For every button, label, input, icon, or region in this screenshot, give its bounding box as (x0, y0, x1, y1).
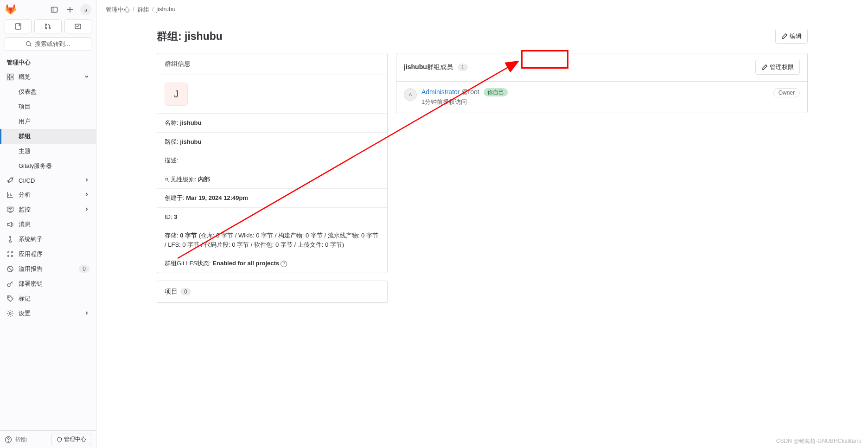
info-created: 创建于: Mar 19, 2024 12:49pm (157, 188, 387, 207)
apps-icon (6, 250, 14, 258)
admin-center-link[interactable]: 管理中心 (51, 434, 91, 445)
nav-settings[interactable]: 设置 (0, 306, 96, 321)
help-label: 帮助 (15, 435, 27, 444)
search-input[interactable]: 搜索或转到… (5, 37, 91, 51)
members-title: jishubu群组成员 1 (404, 63, 468, 71)
nav-cicd[interactable]: CI/CD (0, 173, 96, 187)
breadcrumb-groups[interactable]: 群组 (137, 6, 149, 14)
nav-label: 用户 (19, 117, 31, 126)
group-info-card: 群组信息 J 名称: jishubu 路径: jishubu 描述: 可见性级别… (157, 53, 388, 273)
group-info-title: 群组信息 (157, 53, 387, 75)
main: 管理中心 / 群组 / jishubu 群组: jishubu 编辑 群组信息 … (96, 0, 868, 448)
info-visibility: 可见性级别: 内部 (157, 170, 387, 189)
content: 群组: jishubu 编辑 群组信息 J 名称: jishubu 路径: ji… (96, 19, 868, 317)
member-name-link[interactable]: Administrator (421, 88, 460, 96)
tab-merge-requests[interactable] (34, 19, 61, 33)
members-card: jishubu群组成员 1 管理权限 A (396, 53, 808, 113)
member-name: Administrator @root 你自己 (421, 88, 769, 96)
nav-label: 仪表盘 (19, 88, 37, 96)
nav-label: 分析 (19, 191, 31, 199)
member-avatar: A (404, 88, 417, 101)
watermark: CSDN @鲍海超-GNUBHCkalitarro (776, 437, 862, 445)
svg-point-34 (8, 441, 9, 442)
nav-dashboard[interactable]: 仪表盘 (0, 84, 96, 99)
projects-count: 0 (180, 288, 191, 295)
chevron-right-icon (84, 310, 89, 317)
monitor-icon (6, 206, 14, 213)
chevron-right-icon (84, 192, 89, 198)
svg-point-7 (45, 28, 47, 29)
breadcrumb-admin[interactable]: 管理中心 (106, 6, 130, 14)
edit-button[interactable]: 编辑 (775, 29, 808, 44)
nav-label: 群组 (19, 132, 31, 141)
member-info: Administrator @root 你自己 1分钟前授权访问 (421, 88, 769, 106)
svg-point-6 (45, 24, 47, 26)
svg-point-32 (9, 313, 11, 314)
nav-projects[interactable]: 项目 (0, 99, 96, 114)
admin-label: 管理中心 (64, 435, 86, 443)
gitlab-logo[interactable] (5, 4, 17, 16)
breadcrumb-sep: / (152, 6, 154, 14)
svg-line-11 (30, 45, 31, 47)
pencil-icon (761, 64, 768, 70)
projects-title: 项目 (165, 288, 178, 296)
svg-rect-14 (7, 78, 10, 80)
svg-rect-0 (51, 7, 57, 13)
abuse-count: 0 (79, 265, 89, 273)
svg-point-26 (8, 256, 9, 257)
columns: 群组信息 J 名称: jishubu 路径: jishubu 描述: 可见性级别… (157, 53, 808, 303)
manage-label: 管理权限 (770, 63, 794, 71)
info-desc: 描述: (157, 151, 387, 170)
projects-card: 项目 0 (157, 281, 388, 303)
nav-hooks[interactable]: 系统钩子 (0, 232, 96, 247)
member-sub: 1分钟前授权访问 (421, 98, 769, 106)
gear-icon (6, 310, 14, 317)
user-avatar[interactable]: a (80, 4, 91, 15)
svg-point-31 (8, 297, 9, 298)
self-badge: 你自己 (484, 88, 508, 96)
manage-permissions-button[interactable]: 管理权限 (755, 60, 800, 75)
nav-labels[interactable]: 标记 (0, 291, 96, 306)
nav-groups[interactable]: 群组 (0, 129, 96, 144)
nav-monitor[interactable]: 监控 (0, 202, 96, 217)
nav-label: 主题 (19, 147, 31, 155)
nav-apps[interactable]: 应用程序 (0, 247, 96, 262)
help-icon (5, 436, 12, 443)
info-lfs: 群组Git LFS状态: Enabled for all projects? (157, 254, 387, 273)
nav-gitaly[interactable]: Gitaly服务器 (0, 159, 96, 173)
pencil-icon (781, 33, 788, 39)
help-circle-icon[interactable]: ? (281, 261, 287, 267)
nav-analytics[interactable]: 分析 (0, 187, 96, 202)
nav-users[interactable]: 用户 (0, 114, 96, 129)
nav-deploy[interactable]: 部署密钥 (0, 276, 96, 291)
info-path: 路径: jishubu (157, 132, 387, 151)
svg-point-27 (12, 256, 13, 257)
svg-rect-13 (11, 74, 13, 77)
page-header: 群组: jishubu 编辑 (157, 29, 808, 44)
key-icon (6, 280, 14, 288)
info-id: ID: 3 (157, 207, 387, 226)
sidebar-footer: 帮助 管理中心 (0, 430, 96, 448)
admin-icon (57, 437, 62, 442)
info-name: 名称: jishubu (157, 113, 387, 132)
nav-abuse[interactable]: 滥用报告 0 (0, 262, 96, 276)
help-button[interactable]: 帮助 (5, 435, 27, 444)
page-title: 群组: jishubu (157, 29, 223, 44)
nav-label: 滥用报告 (19, 265, 43, 273)
sidebar-top: a (0, 0, 96, 19)
nav-label: CI/CD (19, 177, 35, 184)
nav-messages[interactable]: 消息 (0, 217, 96, 232)
abuse-icon (6, 265, 14, 273)
tab-issues[interactable] (5, 19, 32, 33)
group-avatar: J (165, 83, 188, 106)
breadcrumb-sep: / (133, 6, 134, 14)
tab-todos[interactable] (64, 19, 91, 33)
projects-header: 项目 0 (157, 281, 387, 303)
create-new-button[interactable] (64, 4, 76, 15)
collapse-sidebar-button[interactable] (49, 4, 60, 15)
nav: 概览 仪表盘 项目 用户 群组 主题 Gitaly服务器 CI/CD 分析 监控 (0, 70, 96, 430)
members-count: 1 (458, 64, 468, 71)
overview-icon (6, 73, 14, 81)
nav-overview[interactable]: 概览 (0, 70, 96, 84)
nav-topics[interactable]: 主题 (0, 144, 96, 159)
